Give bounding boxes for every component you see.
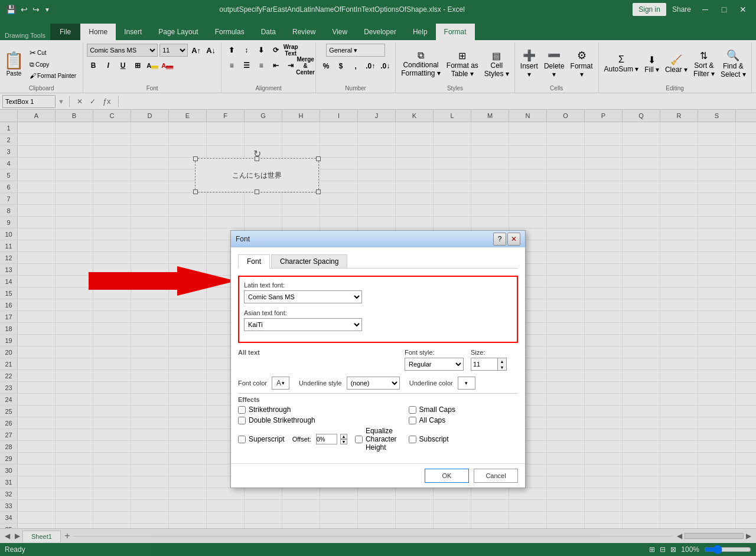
dialog-footer: OK Cancel — [231, 463, 525, 488]
all-caps-row: All Caps — [409, 416, 518, 424]
underline-style-select[interactable]: (none) Single Double — [347, 377, 400, 390]
tab-font[interactable]: Font — [238, 254, 270, 269]
all-text-label: All text — [238, 349, 397, 356]
size-label: Size: — [471, 349, 518, 356]
small-caps-checkbox[interactable] — [409, 406, 416, 414]
font-style-label: Font style: — [405, 349, 464, 356]
superscript-row: Superscript Offset: ▲ ▼ Equalize Charact… — [238, 427, 397, 452]
small-caps-label: Small Caps — [419, 405, 455, 414]
asian-font-select[interactable]: KaiTi — [244, 318, 362, 331]
double-strikethrough-checkbox[interactable] — [238, 417, 246, 424]
dialog-overlay: Font ? ✕ Font Character Spacing Latin te… — [0, 0, 756, 556]
font-style-select[interactable]: Regular Bold Italic Bold Italic — [405, 358, 464, 371]
strikethrough-checkbox[interactable] — [238, 406, 246, 414]
double-strikethrough-label: Double Strikethrough — [249, 416, 315, 424]
cancel-button[interactable]: Cancel — [474, 469, 518, 483]
underline-color-label: Underline color — [409, 380, 453, 387]
offset-input[interactable] — [316, 434, 337, 444]
latin-font-select[interactable]: Comic Sans MS — [244, 290, 362, 303]
superscript-label: Superscript — [249, 435, 285, 443]
dialog-content: Font Character Spacing Latin text font: … — [231, 247, 525, 463]
size-input[interactable] — [471, 358, 497, 371]
dialog-title: Font — [236, 235, 250, 243]
font-selection-highlight: Latin text font: Comic Sans MS Asian tex… — [238, 276, 518, 343]
font-color-label: Font color — [238, 380, 267, 387]
small-caps-row: Small Caps — [409, 405, 518, 414]
dialog-help-button[interactable]: ? — [493, 233, 506, 246]
effects-label: Effects — [238, 393, 518, 403]
asian-font-label: Asian text font: — [244, 309, 512, 316]
ok-button[interactable]: OK — [425, 469, 469, 483]
dialog-close-button[interactable]: ✕ — [507, 233, 520, 246]
effects-section: Effects Strikethrough Small Caps Double … — [238, 393, 518, 452]
underline-style-label: Underline style — [299, 380, 342, 387]
all-caps-label: All Caps — [419, 416, 446, 424]
strikethrough-row: Strikethrough — [238, 405, 397, 414]
size-down-button[interactable]: ▼ — [498, 364, 506, 370]
offset-up-button[interactable]: ▲ — [340, 434, 347, 439]
size-up-button[interactable]: ▲ — [498, 358, 506, 364]
offset-down-button[interactable]: ▼ — [340, 439, 347, 444]
equalize-checkbox[interactable] — [355, 436, 363, 443]
double-strikethrough-row: Double Strikethrough — [238, 416, 397, 424]
tab-character-spacing[interactable]: Character Spacing — [271, 254, 347, 268]
offset-label: Offset: — [292, 436, 311, 443]
latin-font-label: Latin text font: — [244, 282, 512, 289]
strikethrough-label: Strikethrough — [249, 405, 291, 414]
underline-color-button[interactable]: ▾ — [458, 377, 475, 390]
subscript-label: Subscript — [419, 435, 449, 443]
equalize-label: Equalize Character Height — [366, 427, 397, 452]
font-dialog: Font ? ✕ Font Character Spacing Latin te… — [230, 230, 526, 488]
dialog-titlebar: Font ? ✕ — [231, 231, 525, 247]
subscript-row: Subscript — [409, 427, 518, 452]
dialog-tabs: Font Character Spacing — [238, 254, 518, 269]
superscript-checkbox[interactable] — [238, 436, 246, 443]
all-caps-checkbox[interactable] — [409, 417, 416, 424]
font-color-button[interactable]: A ▾ — [272, 377, 289, 390]
subscript-checkbox[interactable] — [409, 436, 416, 443]
